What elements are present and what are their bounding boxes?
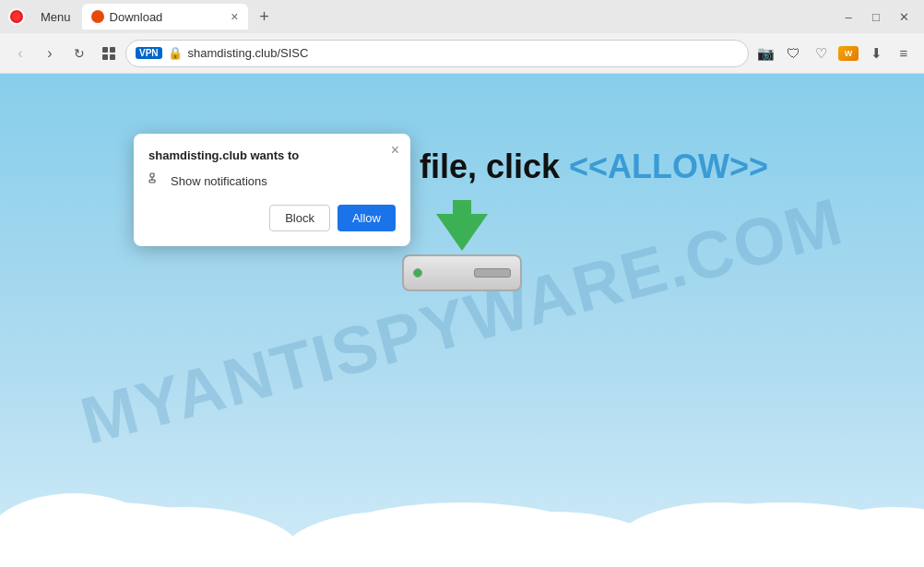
reload-icon: ↻	[74, 46, 85, 61]
tab-close-button[interactable]: ×	[231, 10, 238, 23]
main-text-highlight: <<ALLOW>>	[569, 148, 768, 185]
lock-icon: 🔒	[168, 46, 183, 60]
notification-permission-icon	[148, 171, 163, 190]
reload-button[interactable]: ↻	[66, 41, 92, 66]
clouds-bottom	[0, 456, 924, 567]
new-tab-button[interactable]: +	[252, 4, 278, 30]
opera-logo	[8, 8, 25, 25]
camera-button[interactable]: 📷	[752, 41, 778, 66]
svg-rect-11	[149, 180, 155, 183]
tabs-button[interactable]	[96, 41, 122, 66]
popup-permission-row: Show notifications	[148, 171, 396, 190]
download-button[interactable]: ⬇	[863, 41, 889, 66]
active-tab[interactable]: Download ×	[82, 4, 248, 30]
tabs-grid-icon	[102, 47, 115, 60]
heart-button[interactable]: ♡	[808, 41, 834, 66]
menu-label: Menu	[41, 10, 71, 24]
forward-icon: ›	[47, 45, 52, 62]
hamburger-icon: ≡	[900, 45, 908, 61]
heart-icon: ♡	[815, 45, 827, 62]
close-window-button[interactable]: ✕	[891, 4, 917, 30]
window-controls: – □ ✕	[835, 4, 917, 30]
menu-button[interactable]: Menu	[33, 6, 78, 28]
maximize-button[interactable]: □	[863, 4, 889, 30]
forward-button[interactable]: ›	[37, 41, 63, 66]
popup-buttons: Block Allow	[148, 205, 396, 231]
browser-window: Menu Download × + – □ ✕ ‹ › ↻	[0, 0, 924, 567]
hdd-light	[413, 268, 422, 278]
camera-icon: 📷	[757, 45, 775, 62]
notification-popup: × shamdisting.club wants to Show notific…	[134, 134, 410, 246]
url-bar[interactable]: VPN 🔒 shamdisting.club/SISC	[125, 40, 749, 67]
wallet-button[interactable]: W	[835, 41, 861, 66]
back-icon: ‹	[18, 45, 22, 62]
toolbar-right: 📷 🛡 ♡ W ⬇ ≡	[752, 41, 917, 66]
tab-label: Download	[110, 10, 163, 24]
svg-rect-9	[150, 173, 154, 177]
download-icon: ⬇	[871, 45, 883, 62]
hdd-slot	[474, 268, 511, 278]
block-button[interactable]: Block	[269, 205, 330, 231]
allow-button[interactable]: Allow	[338, 205, 396, 231]
back-button[interactable]: ‹	[7, 41, 33, 66]
download-illustration	[402, 214, 522, 291]
minimize-button[interactable]: –	[835, 4, 861, 30]
hdd-icon	[402, 254, 522, 291]
address-bar: ‹ › ↻ VPN 🔒 shamdisting.club/SISC 📷 🛡	[0, 33, 924, 74]
page-content: MYANTISPYWARE.COM to download the file, …	[0, 74, 924, 567]
wallet-icon: W	[838, 46, 859, 61]
download-arrow-icon	[436, 214, 488, 251]
vpn-badge: VPN	[136, 47, 162, 59]
tab-favicon	[91, 10, 104, 23]
popup-permission-label: Show notifications	[171, 174, 267, 188]
opera-logo-area	[7, 7, 26, 26]
shield-button[interactable]: 🛡	[780, 41, 806, 66]
popup-close-button[interactable]: ×	[391, 143, 399, 158]
main-menu-button[interactable]: ≡	[891, 41, 917, 66]
url-text: shamdisting.club/SISC	[188, 46, 739, 60]
shield-icon: 🛡	[787, 45, 800, 61]
popup-title: shamdisting.club wants to	[148, 148, 381, 162]
tab-bar: Menu Download × + – □ ✕	[0, 0, 924, 33]
